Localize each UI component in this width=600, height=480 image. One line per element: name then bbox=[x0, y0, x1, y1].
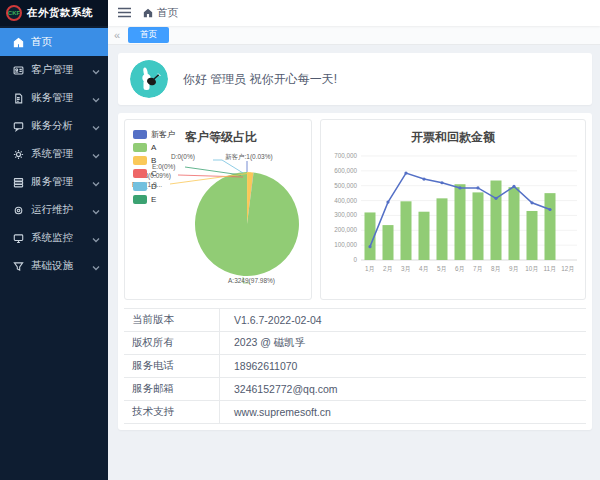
sidebar-item-label: 系统监控 bbox=[31, 231, 85, 245]
sidebar-item-1[interactable]: 客户管理 bbox=[0, 56, 108, 84]
legend-item-新客户[interactable]: 新客户 bbox=[133, 128, 175, 141]
sidebar-item-7[interactable]: 系统监控 bbox=[0, 224, 108, 252]
chevron-down-icon bbox=[92, 262, 100, 270]
sidebar-item-6[interactable]: 运行维护 bbox=[0, 196, 108, 224]
svg-text:700,000: 700,000 bbox=[334, 152, 357, 159]
legend-item-B[interactable]: B bbox=[133, 154, 175, 167]
legend-item-A[interactable]: A bbox=[133, 141, 175, 154]
info-row-1: 版权所有2023 @ 磁凯孚 bbox=[124, 331, 586, 354]
svg-text:600,000: 600,000 bbox=[334, 167, 357, 174]
svg-text:10月: 10月 bbox=[525, 265, 538, 273]
info-row-0: 当前版本V1.6.7-2022-02-04 bbox=[124, 308, 586, 331]
sidebar: CKF 在外货款系统 首页客户管理账务管理账务分析系统管理服务管理运行维护系统监… bbox=[0, 0, 108, 480]
svg-text:100,000: 100,000 bbox=[334, 241, 357, 248]
svg-text:300,000: 300,000 bbox=[334, 211, 357, 218]
legend-swatch bbox=[133, 195, 147, 204]
sidebar-item-3[interactable]: 账务分析 bbox=[0, 112, 108, 140]
avatar bbox=[130, 60, 168, 98]
sidebar-item-label: 服务管理 bbox=[31, 175, 85, 189]
svg-text:5月: 5月 bbox=[437, 265, 447, 273]
home-icon bbox=[12, 36, 24, 48]
funnel-icon bbox=[12, 260, 24, 272]
svg-text:3月: 3月 bbox=[401, 265, 411, 273]
app-logo-icon: CKF bbox=[6, 5, 22, 21]
sidebar-item-label: 账务管理 bbox=[31, 91, 85, 105]
svg-text:2月: 2月 bbox=[383, 265, 393, 273]
info-label: 服务电话 bbox=[124, 355, 220, 377]
svg-text:1月: 1月 bbox=[365, 265, 375, 273]
chevron-down-icon bbox=[92, 178, 100, 186]
info-label: 技术支持 bbox=[124, 401, 220, 423]
hamburger-menu-icon[interactable] bbox=[118, 4, 131, 22]
logo-bar: CKF 在外货款系统 bbox=[0, 0, 108, 26]
sidebar-item-label: 账务分析 bbox=[31, 119, 85, 133]
sidebar-item-label: 首页 bbox=[31, 35, 100, 49]
legend-swatch bbox=[133, 182, 147, 191]
page-content: 你好 管理员 祝你开心每一天! 客户等级占比 新客户ABCDE D:0(0%) … bbox=[108, 45, 600, 480]
pie-legend: 新客户ABCDE bbox=[133, 128, 175, 206]
svg-text:11月: 11月 bbox=[544, 265, 557, 273]
svg-text:9月: 9月 bbox=[509, 265, 519, 273]
legend-swatch bbox=[133, 156, 147, 165]
info-row-3: 服务邮箱3246152772@qq.com bbox=[124, 377, 586, 400]
greeting-card: 你好 管理员 祝你开心每一天! bbox=[118, 53, 592, 105]
sidebar-item-label: 基础设施 bbox=[31, 259, 85, 273]
chevron-down-icon bbox=[92, 122, 100, 130]
id-card-icon bbox=[12, 64, 24, 76]
sidebar-item-label: 客户管理 bbox=[31, 63, 85, 77]
sidebar-item-2[interactable]: 账务管理 bbox=[0, 84, 108, 112]
legend-item-C[interactable]: C bbox=[133, 167, 175, 180]
legend-swatch bbox=[133, 130, 147, 139]
info-row-4: 技术支持www.supremesoft.cn bbox=[124, 400, 586, 423]
info-value: 2023 @ 磁凯孚 bbox=[220, 336, 305, 350]
pie-label-new: 新客户:1(0.03%) bbox=[225, 153, 273, 162]
bar-chart-card: 开票和回款金额 0100,000200,000300,000400,000500… bbox=[320, 119, 586, 300]
gear-icon bbox=[12, 148, 24, 160]
home-icon bbox=[143, 8, 153, 18]
sidebar-item-label: 系统管理 bbox=[31, 147, 85, 161]
app-window: CKF 在外货款系统 首页客户管理账务管理账务分析系统管理服务管理运行维护系统监… bbox=[0, 0, 600, 480]
svg-text:7月: 7月 bbox=[473, 265, 483, 273]
info-value: 18962611070 bbox=[220, 360, 297, 372]
pie-chart-title: 客户等级占比 bbox=[185, 129, 257, 146]
pie-label-A: A:3249(97.98%) bbox=[228, 277, 275, 284]
topbar: 首页 bbox=[108, 0, 600, 26]
legend-label: 新客户 bbox=[151, 129, 175, 140]
breadcrumb-label: 首页 bbox=[157, 6, 178, 20]
chevron-down-icon bbox=[92, 150, 100, 158]
sidebar-item-0[interactable]: 首页 bbox=[0, 28, 108, 56]
legend-swatch bbox=[133, 143, 147, 152]
legend-item-E[interactable]: E bbox=[133, 193, 175, 206]
ring-icon bbox=[12, 204, 24, 216]
document-icon bbox=[12, 92, 24, 104]
sidebar-item-label: 运行维护 bbox=[31, 203, 85, 217]
sidebar-menu: 首页客户管理账务管理账务分析系统管理服务管理运行维护系统监控基础设施 bbox=[0, 26, 108, 480]
svg-text:12月: 12月 bbox=[561, 265, 574, 273]
svg-text:200,000: 200,000 bbox=[334, 226, 357, 233]
tab-bar: « 首页 bbox=[108, 26, 600, 45]
svg-text:0: 0 bbox=[353, 256, 357, 263]
info-label: 版权所有 bbox=[124, 332, 220, 354]
collapse-tabs-icon[interactable]: « bbox=[114, 30, 120, 41]
legend-swatch bbox=[133, 169, 147, 178]
info-value: www.supremesoft.cn bbox=[220, 406, 331, 418]
legend-label: B bbox=[151, 156, 156, 165]
bar-line-chart[interactable]: 0100,000200,000300,000400,000500,000600,… bbox=[321, 120, 585, 299]
info-label: 当前版本 bbox=[124, 309, 220, 331]
sidebar-item-5[interactable]: 服务管理 bbox=[0, 168, 108, 196]
tab-home[interactable]: 首页 bbox=[128, 27, 169, 43]
chevron-down-icon bbox=[92, 66, 100, 74]
app-title: 在外货款系统 bbox=[27, 6, 93, 20]
sidebar-item-8[interactable]: 基础设施 bbox=[0, 252, 108, 280]
legend-item-D[interactable]: D bbox=[133, 180, 175, 193]
greeting-text: 你好 管理员 祝你开心每一天! bbox=[183, 71, 337, 88]
charts-row: 客户等级占比 新客户ABCDE D:0(0%) 新客户:1(0.03%) E:0… bbox=[124, 119, 586, 300]
legend-label: A bbox=[151, 143, 156, 152]
info-row-2: 服务电话18962611070 bbox=[124, 354, 586, 377]
monitor-icon bbox=[12, 232, 24, 244]
breadcrumb[interactable]: 首页 bbox=[143, 6, 178, 20]
server-icon bbox=[12, 176, 24, 188]
pie-chart-card: 客户等级占比 新客户ABCDE D:0(0%) 新客户:1(0.03%) E:0… bbox=[124, 119, 312, 300]
sidebar-item-4[interactable]: 系统管理 bbox=[0, 140, 108, 168]
legend-label: C bbox=[151, 169, 157, 178]
